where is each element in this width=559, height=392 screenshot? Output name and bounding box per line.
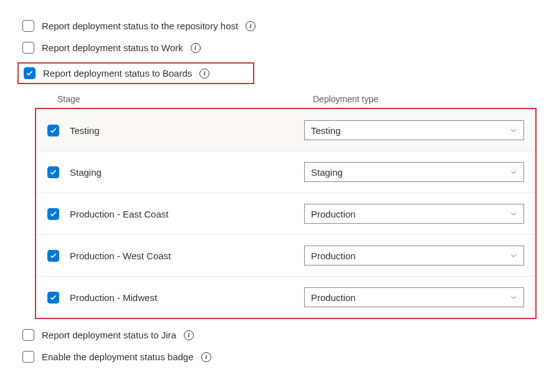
- deployment-type-dropdown[interactable]: Production: [304, 204, 524, 224]
- option-badge: Enable the deployment status badge i: [22, 351, 537, 363]
- stage-checkbox[interactable]: [47, 125, 59, 136]
- stage-checkbox[interactable]: [47, 208, 59, 220]
- option-label-badge: Enable the deployment status badge: [42, 351, 194, 362]
- stage-row: Production - East Coast Production: [36, 193, 535, 234]
- stage-checkbox[interactable]: [47, 292, 59, 304]
- stage-name: Production - Midwest: [70, 292, 304, 303]
- deployment-type-dropdown[interactable]: Production: [304, 246, 524, 265]
- stage-name: Production - East Coast: [70, 209, 304, 219]
- chevron-down-icon: [510, 210, 517, 218]
- stage-name: Production - West Coast: [70, 251, 304, 261]
- option-repo-host: Report deployment status to the reposito…: [22, 20, 537, 32]
- dropdown-value: Production: [311, 209, 356, 219]
- option-label-work: Report deployment status to Work: [42, 42, 183, 53]
- deployment-type-dropdown[interactable]: Testing: [304, 120, 524, 140]
- stage-name: Staging: [70, 167, 304, 178]
- stages-table: Testing Testing Staging Staging Producti…: [35, 108, 537, 319]
- option-label-repo-host: Report deployment status to the reposito…: [42, 21, 238, 31]
- dropdown-value: Production: [311, 292, 356, 303]
- stage-name: Testing: [70, 125, 304, 136]
- dropdown-value: Testing: [311, 125, 341, 136]
- check-icon: [49, 252, 57, 260]
- stage-checkbox[interactable]: [47, 250, 59, 262]
- checkbox-badge[interactable]: [22, 351, 34, 363]
- stage-row: Staging Staging: [36, 151, 535, 193]
- deployment-type-dropdown[interactable]: Staging: [304, 162, 524, 182]
- stage-checkbox[interactable]: [47, 166, 59, 178]
- checkbox-repo-host[interactable]: [22, 20, 34, 32]
- column-header-stage: Stage: [57, 94, 313, 104]
- chevron-down-icon: [510, 127, 517, 134]
- chevron-down-icon: [510, 252, 517, 259]
- info-icon[interactable]: i: [201, 352, 211, 362]
- dropdown-value: Staging: [311, 167, 343, 178]
- check-icon: [49, 210, 57, 218]
- stage-row: Testing Testing: [36, 109, 535, 151]
- stage-row: Production - Midwest Production: [36, 276, 535, 318]
- option-jira: Report deployment status to Jira i: [22, 329, 537, 341]
- check-icon: [49, 127, 57, 135]
- info-icon[interactable]: i: [184, 330, 194, 340]
- option-label-jira: Report deployment status to Jira: [42, 330, 176, 340]
- info-icon[interactable]: i: [199, 69, 209, 79]
- option-boards: Report deployment status to Boards i: [17, 62, 254, 84]
- deployment-type-dropdown[interactable]: Production: [304, 287, 524, 307]
- option-work: Report deployment status to Work i: [22, 42, 537, 54]
- stage-row: Production - West Coast Production: [36, 234, 535, 276]
- check-icon: [26, 69, 34, 77]
- checkbox-work[interactable]: [22, 42, 34, 54]
- checkbox-jira[interactable]: [22, 329, 34, 341]
- info-icon[interactable]: i: [191, 43, 201, 53]
- chevron-down-icon: [510, 168, 517, 176]
- check-icon: [49, 294, 57, 302]
- checkbox-boards[interactable]: [24, 67, 36, 79]
- info-icon[interactable]: i: [246, 21, 256, 31]
- check-icon: [49, 168, 57, 176]
- dropdown-value: Production: [311, 251, 356, 261]
- chevron-down-icon: [510, 294, 517, 301]
- option-label-boards: Report deployment status to Boards: [43, 68, 192, 79]
- column-header-type: Deployment type: [313, 94, 537, 104]
- stages-column-headers: Stage Deployment type: [57, 94, 537, 104]
